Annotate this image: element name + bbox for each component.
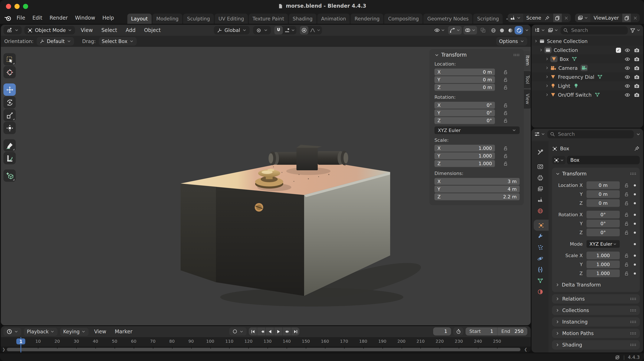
lock-icon[interactable] — [502, 153, 508, 159]
panel-title[interactable]: Transform — [562, 171, 586, 177]
tab-layout[interactable]: Layout — [127, 14, 152, 24]
shading-wireframe-button[interactable] — [489, 26, 498, 34]
expand-icon[interactable] — [545, 57, 549, 61]
expand-icon[interactable] — [534, 39, 538, 43]
grip-icon[interactable] — [630, 172, 636, 175]
shading-solid-button[interactable] — [498, 26, 506, 34]
scene-name[interactable]: Scene — [526, 15, 541, 21]
frame-start-field[interactable]: Start1 — [466, 327, 497, 336]
collections-panel[interactable]: Collections — [552, 306, 640, 315]
location-y-field[interactable]: Y0 m — [434, 76, 495, 83]
rotation-z-field[interactable]: Z0° — [434, 117, 495, 124]
animate-dot[interactable] — [634, 231, 636, 234]
animate-dot[interactable] — [634, 222, 636, 225]
scale-y-field[interactable]: 1.000 — [586, 261, 620, 268]
chevron-down-icon[interactable] — [556, 171, 560, 176]
shading-material-button[interactable] — [506, 26, 514, 34]
menu-edit[interactable]: Edit — [32, 15, 42, 21]
dimensions-x-field[interactable]: X3 m — [434, 178, 520, 185]
view-layer-copy-button[interactable] — [622, 14, 631, 22]
visibility-dropdown[interactable] — [433, 26, 446, 34]
tab-texture-paint[interactable]: Texture Paint — [249, 14, 288, 24]
tab-tool[interactable] — [532, 146, 548, 157]
options-chevron-icon[interactable] — [636, 132, 640, 136]
properties-search-input[interactable] — [557, 131, 631, 137]
breadcrumb-object-name[interactable]: Box — [560, 146, 569, 152]
animate-dot[interactable] — [634, 272, 636, 274]
tab-scripting[interactable]: Scripting — [474, 14, 503, 24]
expand-icon[interactable] — [545, 75, 549, 79]
eye-icon[interactable] — [624, 47, 630, 53]
lock-icon[interactable] — [624, 262, 629, 267]
tool-select-box[interactable] — [4, 53, 16, 65]
view-layer-remove-button[interactable] — [631, 15, 640, 20]
lock-icon[interactable] — [624, 191, 629, 197]
frame-end-field[interactable]: End250 — [498, 327, 527, 336]
pin-icon[interactable] — [544, 15, 550, 21]
menu-file[interactable]: File — [16, 15, 25, 21]
tool-transform[interactable] — [4, 122, 16, 134]
dimensions-y-field[interactable]: Y4 m — [434, 186, 520, 193]
motion-paths-panel[interactable]: Motion Paths — [552, 329, 640, 338]
shading-panel[interactable]: Shading — [552, 340, 640, 350]
panel-title[interactable]: Transform — [441, 52, 466, 58]
tab-scene[interactable] — [532, 194, 548, 205]
eye-icon[interactable] — [624, 92, 630, 98]
outliner-search[interactable] — [560, 26, 628, 34]
outliner-row-box[interactable]: Box — [532, 54, 643, 63]
eye-icon[interactable] — [624, 83, 630, 89]
rotation-mode-dropdown[interactable]: XYZ Euler — [586, 240, 620, 248]
previous-keyframe-button[interactable] — [257, 327, 265, 336]
lock-icon[interactable] — [624, 230, 629, 235]
menu-render[interactable]: Render — [50, 15, 68, 21]
object-name-field[interactable]: Box — [567, 156, 640, 164]
scene-copy-button[interactable] — [553, 14, 562, 22]
object-id-dropdown[interactable] — [552, 156, 566, 164]
tab-render[interactable] — [532, 161, 548, 172]
timeline-playhead[interactable]: 1 — [20, 337, 21, 353]
camera-visibility-icon[interactable] — [634, 65, 640, 71]
tab-view[interactable]: View — [524, 90, 531, 109]
menu-view[interactable]: View — [94, 329, 106, 335]
expand-icon[interactable] — [539, 48, 543, 52]
menu-add[interactable]: Add — [126, 27, 136, 33]
tab-uv-editing[interactable]: UV Editing — [215, 14, 248, 24]
lock-icon[interactable] — [624, 253, 629, 258]
play-reverse-button[interactable] — [266, 327, 274, 336]
tool-rotate[interactable] — [4, 96, 16, 109]
lock-icon[interactable] — [624, 271, 629, 276]
tab-sculpting[interactable]: Sculpting — [183, 14, 214, 24]
outliner-row-light[interactable]: Light — [532, 81, 643, 90]
auto-keying-button[interactable] — [229, 327, 246, 336]
lock-icon[interactable] — [502, 110, 508, 116]
location-z-field[interactable]: 0 m — [586, 199, 620, 207]
outliner-row-scene-collection[interactable]: Scene Collection — [532, 37, 643, 45]
editor-type-button[interactable] — [4, 26, 22, 34]
dimensions-z-field[interactable]: Z2.2 m — [434, 193, 520, 201]
lock-icon[interactable] — [502, 118, 508, 123]
scale-x-field[interactable]: 1.000 — [586, 252, 620, 259]
location-z-field[interactable]: Z0 m — [434, 84, 495, 91]
lock-icon[interactable] — [502, 85, 508, 90]
eye-icon[interactable] — [624, 74, 630, 80]
menu-help[interactable]: Help — [102, 15, 114, 21]
snap-settings-dropdown[interactable] — [282, 26, 296, 34]
current-frame-field[interactable]: 1 — [433, 327, 451, 336]
tab-constraints[interactable] — [532, 264, 548, 275]
jump-to-start-button[interactable] — [249, 327, 257, 336]
scale-y-field[interactable]: Y1.000 — [434, 152, 495, 160]
mode-dropdown[interactable]: Object Mode — [24, 26, 75, 34]
delta-transform-subpanel[interactable]: Delta Transform — [556, 282, 636, 288]
outliner-row-collection[interactable]: Collection ✓ — [532, 45, 643, 54]
properties-search[interactable] — [547, 130, 634, 138]
menu-window[interactable]: Window — [75, 15, 95, 21]
eye-icon[interactable] — [624, 56, 630, 62]
transform-orientation-dropdown[interactable]: Global — [214, 26, 250, 34]
location-x-field[interactable]: X0 m — [434, 68, 495, 76]
lock-icon[interactable] — [624, 200, 629, 206]
expand-icon[interactable] — [545, 84, 549, 88]
animate-dot[interactable] — [634, 214, 636, 216]
tab-physics[interactable] — [532, 253, 548, 264]
tab-modeling[interactable]: Modeling — [152, 14, 182, 24]
lock-icon[interactable] — [502, 69, 508, 75]
